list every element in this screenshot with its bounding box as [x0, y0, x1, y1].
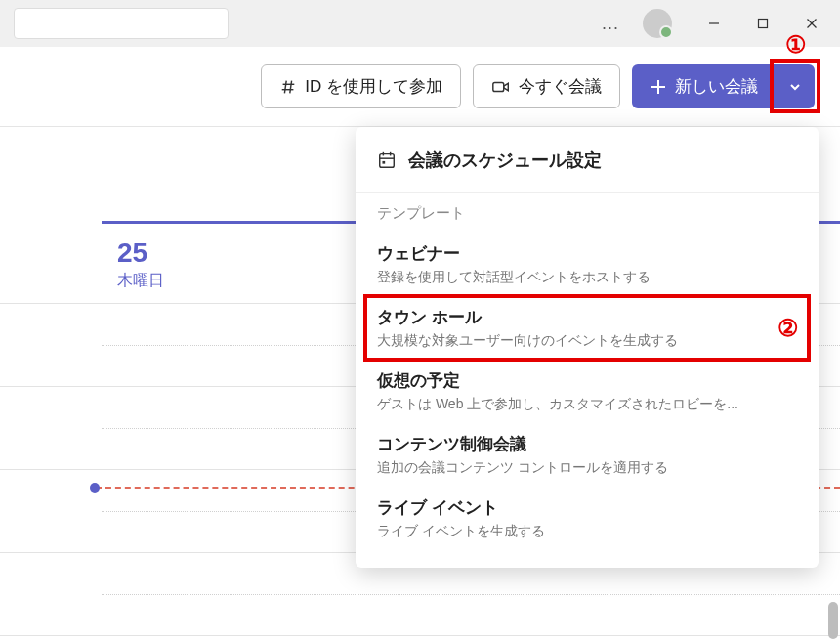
chevron-down-icon	[788, 80, 802, 94]
dropdown-item-desc: ゲストは Web 上で参加し、カスタマイズされたロビーを...	[377, 396, 797, 413]
minimize-button[interactable]	[692, 8, 736, 39]
close-button[interactable]	[789, 8, 834, 39]
join-with-id-label: ID を使用して参加	[305, 75, 442, 98]
svg-line-6	[285, 80, 287, 93]
meet-now-label: 今すぐ会議	[519, 75, 602, 98]
window-controls	[692, 8, 834, 39]
dropdown-item-webinar[interactable]: ウェビナー 登録を使用して対話型イベントをホストする	[356, 233, 819, 296]
new-meeting-button[interactable]: 新しい会議	[632, 64, 776, 108]
hash-icon	[279, 78, 297, 96]
svg-rect-15	[382, 161, 385, 164]
plus-icon	[650, 78, 667, 96]
new-meeting-dropdown-button[interactable]	[776, 64, 815, 108]
more-icon[interactable]: ...	[588, 14, 633, 34]
svg-line-7	[290, 80, 292, 93]
video-icon	[491, 77, 511, 97]
maximize-button[interactable]	[740, 8, 785, 39]
dropdown-schedule-meeting[interactable]: 会議のスケジュール設定	[356, 143, 819, 186]
dropdown-item-title: ウェビナー	[377, 242, 797, 265]
dropdown-item-desc: 大規模な対象ユーザー向けのイベントを生成する	[377, 332, 797, 350]
calendar-icon	[377, 150, 397, 170]
new-meeting-dropdown-menu: 会議のスケジュール設定 テンプレート ウェビナー 登録を使用して対話型イベントを…	[356, 127, 819, 568]
svg-rect-11	[380, 154, 395, 168]
dropdown-item-title: タウン ホール	[377, 306, 797, 328]
dropdown-item-desc: 追加の会議コンテンツ コントロールを適用する	[377, 459, 797, 477]
avatar[interactable]	[643, 9, 672, 38]
scrollbar[interactable]	[828, 602, 838, 639]
dropdown-item-title: コンテンツ制御会議	[377, 433, 797, 455]
dropdown-item-town-hall[interactable]: タウン ホール 大規模な対象ユーザー向けのイベントを生成する ②	[356, 296, 819, 360]
meet-now-button[interactable]: 今すぐ会議	[473, 64, 620, 108]
dropdown-item-content-control[interactable]: コンテンツ制御会議 追加の会議コンテンツ コントロールを適用する	[356, 423, 819, 487]
new-meeting-label: 新しい会議	[675, 75, 758, 98]
dropdown-item-title: 仮想の予定	[377, 369, 797, 392]
dropdown-item-virtual-appointment[interactable]: 仮想の予定 ゲストは Web 上で参加し、カスタマイズされたロビーを...	[356, 360, 819, 423]
dropdown-item-desc: 登録を使用して対話型イベントをホストする	[377, 269, 797, 286]
svg-rect-8	[493, 82, 504, 91]
dropdown-item-live-event[interactable]: ライブ イベント ライブ イベントを生成する	[356, 487, 819, 550]
dropdown-item-desc: ライブ イベントを生成する	[377, 523, 797, 540]
dropdown-schedule-label: 会議のスケジュール設定	[408, 149, 602, 172]
calendar-toolbar: ID を使用して参加 今すぐ会議 新しい会議 ①	[0, 47, 840, 127]
new-meeting-split-button: 新しい会議 ①	[632, 64, 815, 108]
dropdown-section-label: テンプレート	[356, 202, 819, 233]
svg-rect-1	[759, 20, 768, 28]
join-with-id-button[interactable]: ID を使用して参加	[261, 64, 461, 108]
divider	[356, 192, 819, 193]
dropdown-item-title: ライブ イベント	[377, 496, 797, 519]
title-bar: ...	[0, 0, 840, 47]
search-box[interactable]	[14, 8, 229, 39]
